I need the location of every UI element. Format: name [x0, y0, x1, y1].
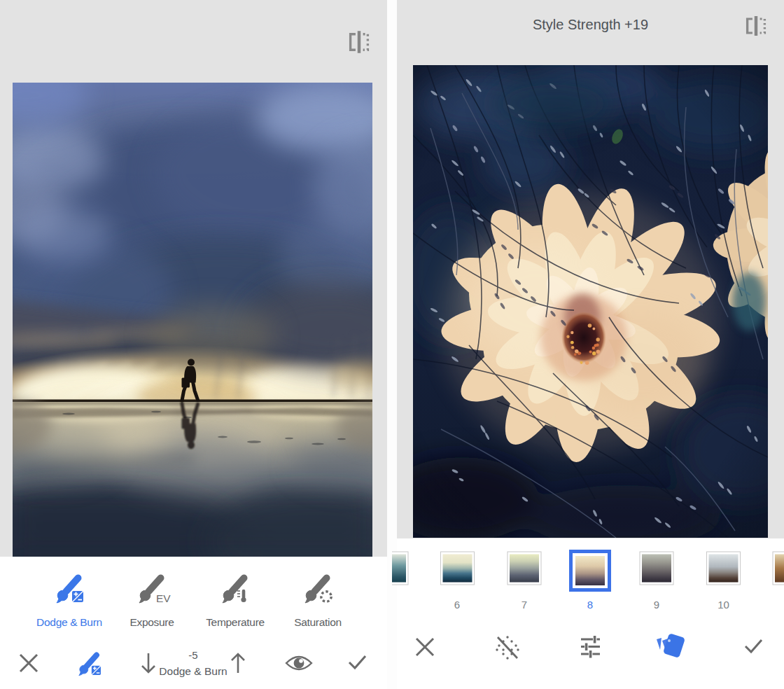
svg-text:Saturation: Saturation	[294, 616, 342, 628]
svg-text:Temperature: Temperature	[206, 616, 265, 628]
svg-text:6: 6	[454, 599, 460, 611]
svg-text:Dodge & Burn: Dodge & Burn	[36, 616, 102, 628]
svg-text:Dodge & Burn: Dodge & Burn	[159, 665, 227, 677]
svg-text:8: 8	[587, 599, 593, 611]
svg-text:7: 7	[522, 599, 527, 611]
svg-text:9: 9	[654, 599, 659, 611]
svg-text:EV: EV	[156, 592, 171, 604]
svg-text:-5: -5	[188, 649, 197, 661]
svg-text:Exposure: Exposure	[130, 616, 174, 628]
svg-text:10: 10	[718, 599, 729, 611]
